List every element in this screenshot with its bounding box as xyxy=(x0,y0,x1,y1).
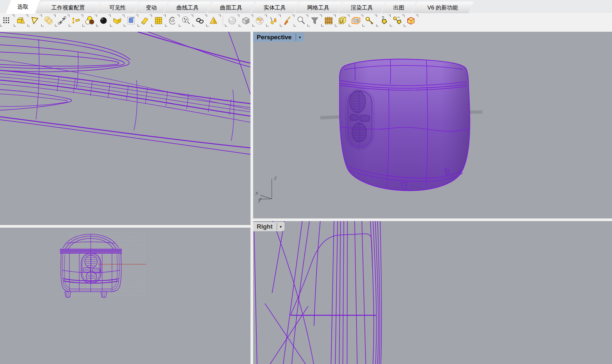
viewport-perspective[interactable]: z x y Perspective ▼ xyxy=(253,32,612,218)
tag-icon[interactable] xyxy=(378,15,389,26)
tab-label: 变动 xyxy=(146,4,157,11)
viewport-bottom-left[interactable] xyxy=(0,228,250,364)
viewport-area: z x y Perspective ▼ xyxy=(0,32,612,364)
viewport-title-perspective[interactable]: Perspective ▼ xyxy=(253,33,304,42)
toolbar-tab-bar: 选取 工作视窗配置 可见性 变动 曲线工具 曲面工具 实体工具 网格工具 渲染工… xyxy=(0,0,612,13)
toolbar-separator xyxy=(223,15,223,26)
eraser-plane-icon[interactable] xyxy=(139,15,150,26)
tab-viewport-layout[interactable]: 工作视窗配置 xyxy=(36,2,101,13)
viewport-divider-left-horizontal[interactable] xyxy=(0,225,250,228)
control-panel xyxy=(346,89,374,149)
surface-grid-icon[interactable] xyxy=(153,15,164,26)
wireframe-right-view xyxy=(253,221,612,364)
select-objects-icon[interactable] xyxy=(16,15,26,26)
points-grid-icon[interactable] xyxy=(2,15,12,26)
tab-label: 曲面工具 xyxy=(220,4,242,11)
viewport-top-left[interactable] xyxy=(0,32,250,225)
tab-drafting[interactable]: 出图 xyxy=(381,2,416,13)
tab-transform[interactable]: 变动 xyxy=(135,2,168,13)
svg-text:z: z xyxy=(274,175,277,181)
wireframe-zoomed-curves xyxy=(0,32,250,225)
viewport-divider-right-horizontal[interactable] xyxy=(253,218,612,221)
tab-label: 曲线工具 xyxy=(176,4,199,11)
black-sphere-icon[interactable] xyxy=(98,15,109,26)
tab-solid-tools[interactable]: 实体工具 xyxy=(251,2,299,13)
sphere-icon[interactable] xyxy=(227,15,237,26)
main-toolbar xyxy=(0,13,612,32)
spiral-icon[interactable] xyxy=(167,15,177,26)
shape-filter-icon[interactable] xyxy=(254,15,265,26)
tab-mesh-tools[interactable]: 网格工具 xyxy=(294,2,342,13)
box-highlight-icon[interactable] xyxy=(351,15,361,26)
chevron-down-icon[interactable]: ▼ xyxy=(279,225,285,229)
tab-label: 网格工具 xyxy=(307,4,329,11)
viewport-title-text: Perspective xyxy=(257,34,292,41)
viewport-title-text: Right xyxy=(257,223,273,230)
axis-gnomon: z x y xyxy=(255,175,277,203)
svg-text:y: y xyxy=(258,197,261,203)
fence-icon[interactable] xyxy=(323,15,334,26)
tab-v6-new-features[interactable]: V6 的新功能 xyxy=(412,2,473,13)
label-separator xyxy=(277,223,277,230)
pyramid-icon[interactable] xyxy=(208,15,219,26)
hatch-select-icon[interactable] xyxy=(43,15,54,26)
tab-visibility[interactable]: 可见性 xyxy=(96,2,139,13)
tab-label: 出图 xyxy=(393,4,404,11)
wireframe-front-view xyxy=(0,228,250,364)
shaded-perspective-model: z x y xyxy=(253,32,612,218)
filter-funnel-icon[interactable] xyxy=(309,15,320,26)
rice-cooker-model xyxy=(339,59,470,191)
tab-strip: 选取 工作视窗配置 可见性 变动 曲线工具 曲面工具 实体工具 网格工具 渲染工… xyxy=(6,0,469,13)
rhino-application-window: 选取 工作视窗配置 可见性 变动 曲线工具 曲面工具 实体工具 网格工具 渲染工… xyxy=(0,0,612,364)
curve-shape-filter-icon[interactable] xyxy=(268,15,279,26)
svg-text:x: x xyxy=(255,190,259,196)
tab-render-tools[interactable]: 渲染工具 xyxy=(338,2,386,13)
lasso-select-icon[interactable] xyxy=(29,15,40,26)
u-box-icon[interactable] xyxy=(337,15,347,26)
tab-label: 渲染工具 xyxy=(351,4,373,11)
tab-curve-tools[interactable]: 曲线工具 xyxy=(164,2,212,13)
viewport-right[interactable]: Right ▼ xyxy=(253,221,612,364)
key-tag-icon[interactable] xyxy=(392,15,402,26)
paintbrush-icon[interactable] xyxy=(282,15,292,26)
box-frame-icon[interactable] xyxy=(241,15,251,26)
open-polysurface-icon[interactable] xyxy=(112,15,122,26)
key-icon[interactable] xyxy=(364,15,375,26)
tab-surface-tools[interactable]: 曲面工具 xyxy=(207,2,255,13)
chain-link-icon[interactable] xyxy=(195,15,205,26)
viewport-title-right[interactable]: Right ▼ xyxy=(253,222,285,231)
tab-label: 实体工具 xyxy=(264,4,286,11)
marquee-cube-icon[interactable] xyxy=(126,15,136,26)
tab-label: 可见性 xyxy=(109,4,126,11)
tab-label: 工作视窗配置 xyxy=(51,4,85,11)
chevron-down-icon[interactable]: ▼ xyxy=(298,36,304,39)
tab-label: V6 的新功能 xyxy=(427,4,458,11)
tab-select[interactable]: 选取 xyxy=(6,0,40,13)
red-edge-box-icon[interactable] xyxy=(406,15,416,26)
viewport-divider-vertical[interactable] xyxy=(250,32,253,364)
label-separator xyxy=(296,34,296,41)
magnifier-icon[interactable] xyxy=(296,15,306,26)
move-uvn-icon[interactable] xyxy=(57,15,67,26)
color-overlap-icon[interactable] xyxy=(84,15,95,26)
drag-mode-icon[interactable] xyxy=(71,15,81,26)
tab-label: 选取 xyxy=(17,3,28,10)
select-small-objects-icon[interactable] xyxy=(181,15,191,26)
